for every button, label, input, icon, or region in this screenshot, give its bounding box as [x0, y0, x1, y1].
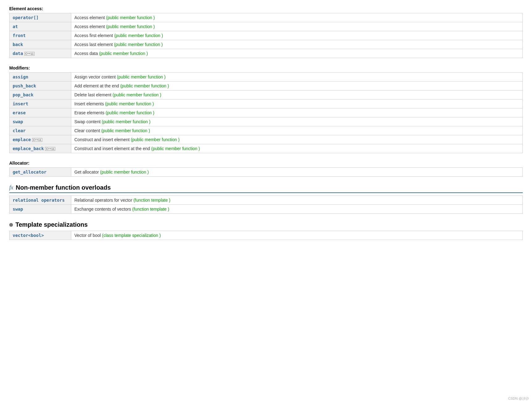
function-badge: (public member function )	[114, 33, 163, 38]
function-badge: (public member function )	[151, 146, 200, 151]
function-badge: (public member function )	[131, 137, 180, 142]
function-desc: Construct and insert element (public mem…	[71, 135, 523, 144]
template-spec-section: Template specializations vector<bool>Vec…	[9, 221, 523, 240]
function-badge: (public member function )	[101, 128, 150, 133]
fx-icon: fx	[9, 184, 13, 191]
table-row: swapSwap content (public member function…	[10, 117, 523, 126]
function-badge: (public member function )	[114, 42, 163, 47]
function-desc: Access first element (public member func…	[71, 31, 523, 40]
table-row: relational operatorsRelational operators…	[10, 196, 523, 205]
nonmember-table: relational operatorsRelational operators…	[9, 196, 523, 214]
function-name[interactable]: insert	[10, 99, 71, 108]
function-desc: Vector of bool (class template specializ…	[71, 231, 523, 240]
template-spec-title: Template specializations	[15, 221, 88, 228]
table-row: vector<bool>Vector of bool (class templa…	[10, 231, 523, 240]
table-modifiers: assignAssign vector content (public memb…	[9, 72, 523, 153]
function-desc: Access last element (public member funct…	[71, 40, 523, 49]
table-row: pop_backDelete last element (public memb…	[10, 90, 523, 99]
table-row: emplaceC++11Construct and insert element…	[10, 135, 523, 144]
function-badge: (public member function )	[99, 51, 148, 56]
nonmember-section: fx Non-member function overloads relatio…	[9, 184, 523, 214]
table-row: get_allocatorGet allocator (public membe…	[10, 168, 523, 177]
section-title-modifiers: Modifiers:	[9, 65, 523, 70]
section-allocator: Allocator:get_allocatorGet allocator (pu…	[9, 161, 523, 177]
template-spec-table: vector<bool>Vector of bool (class templa…	[9, 231, 523, 240]
table-row: frontAccess first element (public member…	[10, 31, 523, 40]
nonmember-header: fx Non-member function overloads	[9, 184, 523, 193]
function-badge: (public member function )	[100, 170, 149, 175]
function-name[interactable]: assign	[10, 73, 71, 82]
function-badge: (public member function )	[120, 83, 169, 88]
function-desc: Delete last element (public member funct…	[71, 90, 523, 99]
function-badge: (function template )	[132, 207, 169, 212]
cpp11-badge: C++11	[32, 138, 42, 142]
function-name[interactable]: emplaceC++11	[10, 135, 71, 144]
function-badge: (public member function )	[102, 119, 151, 124]
table-row: assignAssign vector content (public memb…	[10, 73, 523, 82]
function-desc: Erase elements (public member function )	[71, 108, 523, 117]
function-name[interactable]: at	[10, 22, 71, 31]
function-desc: Assign vector content (public member fun…	[71, 73, 523, 82]
cpp11-badge: C++11	[24, 52, 35, 56]
table-row: atAccess element (public member function…	[10, 22, 523, 31]
table-row: backAccess last element (public member f…	[10, 40, 523, 49]
function-name[interactable]: operator[]	[10, 13, 71, 22]
table-row: swapExchange contents of vectors (functi…	[10, 205, 523, 214]
function-name[interactable]: front	[10, 31, 71, 40]
function-name[interactable]: back	[10, 40, 71, 49]
function-desc: Swap content (public member function )	[71, 117, 523, 126]
function-name[interactable]: emplace_backC++11	[10, 144, 71, 153]
function-badge: (function template )	[133, 198, 170, 203]
function-desc: Relational operators for vector (functio…	[71, 196, 523, 205]
function-name[interactable]: erase	[10, 108, 71, 117]
section-element-access: Element access:operator[]Access element …	[9, 6, 523, 58]
cpp11-badge: C++11	[45, 147, 55, 151]
table-row: operator[]Access element (public member …	[10, 13, 523, 22]
function-name[interactable]: swap	[10, 117, 71, 126]
function-badge: (public member function )	[117, 74, 166, 79]
function-desc: Construct and insert element at the end …	[71, 144, 523, 153]
function-badge: (public member function )	[106, 15, 155, 20]
function-desc: Add element at the end (public member fu…	[71, 82, 523, 90]
function-name[interactable]: dataC++11	[10, 49, 71, 58]
section-title-allocator: Allocator:	[9, 161, 523, 166]
section-title-element-access: Element access:	[9, 6, 523, 11]
function-name[interactable]: swap	[10, 205, 71, 214]
function-desc: Access data (public member function )	[71, 49, 523, 58]
nonmember-title: Non-member function overloads	[16, 184, 111, 191]
template-spec-header: Template specializations	[9, 221, 523, 228]
function-name[interactable]: relational operators	[10, 196, 71, 205]
section-modifiers: Modifiers:assignAssign vector content (p…	[9, 65, 523, 153]
function-name[interactable]: push_back	[10, 82, 71, 90]
table-row: eraseErase elements (public member funct…	[10, 108, 523, 117]
function-desc: Exchange contents of vectors (function t…	[71, 205, 523, 214]
function-badge: (class template specialization )	[102, 233, 161, 238]
table-row: insertInsert elements (public member fun…	[10, 99, 523, 108]
function-desc: Access element (public member function )	[71, 22, 523, 31]
table-allocator: get_allocatorGet allocator (public membe…	[9, 167, 523, 177]
function-badge: (public member function )	[113, 92, 161, 97]
function-name[interactable]: pop_back	[10, 90, 71, 99]
function-badge: (public member function )	[106, 24, 155, 29]
table-row: push_backAdd element at the end (public …	[10, 82, 523, 90]
table-row: dataC++11Access data (public member func…	[10, 49, 523, 58]
table-element-access: operator[]Access element (public member …	[9, 13, 523, 58]
function-badge: (public member function )	[105, 101, 154, 106]
function-badge: (public member function )	[106, 110, 154, 115]
function-name[interactable]: clear	[10, 126, 71, 135]
table-row: clearClear content (public member functi…	[10, 126, 523, 135]
function-desc: Get allocator (public member function )	[71, 168, 523, 177]
table-row: emplace_backC++11Construct and insert el…	[10, 144, 523, 153]
function-desc: Insert elements (public member function …	[71, 99, 523, 108]
function-desc: Clear content (public member function )	[71, 126, 523, 135]
bullet-icon	[9, 223, 13, 227]
function-name[interactable]: get_allocator	[10, 168, 71, 177]
function-desc: Access element (public member function )	[71, 13, 523, 22]
function-name[interactable]: vector<bool>	[10, 231, 71, 240]
